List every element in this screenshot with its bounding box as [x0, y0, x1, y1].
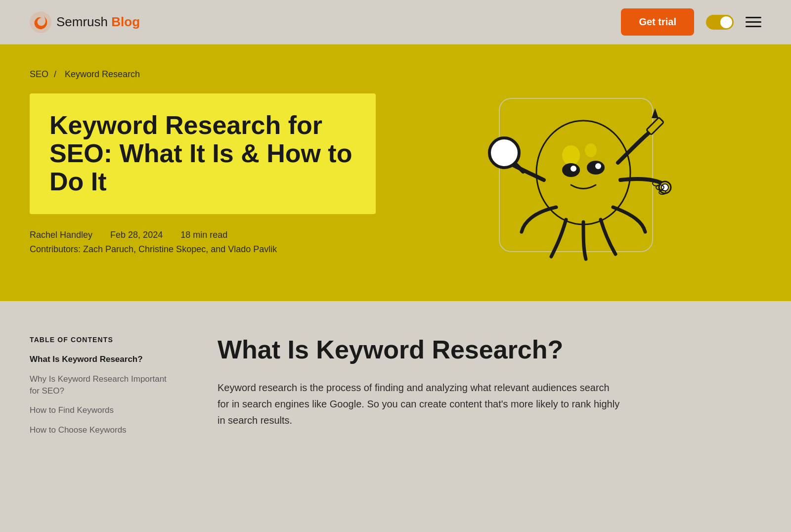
svg-line-10: [515, 164, 523, 172]
toc-item-how-find[interactable]: How to Find Keywords: [30, 404, 178, 416]
author-name: Rachel Handley: [30, 230, 92, 240]
hero-illustration: [396, 93, 761, 271]
toc-item-why-important[interactable]: Why Is Keyword Research Important for SE…: [30, 373, 178, 397]
article-title: Keyword Research for SEO: What It Is & H…: [49, 111, 356, 196]
svg-point-4: [585, 143, 597, 157]
hero-title-box: Keyword Research for SEO: What It Is & H…: [30, 93, 376, 214]
get-trial-button[interactable]: Get trial: [621, 8, 694, 36]
toc-title: TABLE OF CONTENTS: [30, 336, 178, 344]
toc-item-how-choose[interactable]: How to Choose Keywords: [30, 424, 178, 436]
hero-content: Keyword Research for SEO: What It Is & H…: [30, 93, 761, 271]
hero-meta-row: Rachel Handley Feb 28, 2024 18 min read: [30, 230, 376, 240]
toggle-knob: [720, 16, 732, 28]
contributors: Contributors: Zach Paruch, Christine Sko…: [30, 244, 376, 255]
table-of-contents: TABLE OF CONTENTS What Is Keyword Resear…: [30, 336, 178, 436]
theme-toggle[interactable]: [706, 15, 734, 30]
publish-date: Feb 28, 2024: [110, 230, 163, 240]
svg-point-0: [30, 11, 51, 33]
section-body-text: Keyword research is the process of findi…: [218, 380, 623, 429]
svg-point-8: [595, 163, 601, 169]
breadcrumb-current: Keyword Research: [65, 69, 140, 79]
breadcrumb-separator: /: [54, 69, 56, 79]
toc-list: What Is Keyword Research? Why Is Keyword…: [30, 354, 178, 436]
article-content: What Is Keyword Research? Keyword resear…: [218, 336, 761, 429]
semrush-logo-icon: [30, 11, 51, 33]
hamburger-menu-button[interactable]: [746, 17, 761, 27]
site-header: Semrush Blog Get trial: [0, 0, 791, 44]
hero-section: SEO / Keyword Research Keyword Research …: [0, 44, 791, 301]
read-time: 18 min read: [180, 230, 227, 240]
header-actions: Get trial: [621, 8, 761, 36]
svg-point-3: [562, 145, 580, 165]
octopus-svg: [480, 93, 677, 271]
brand-name: Semrush Blog: [56, 14, 140, 30]
hero-meta: Rachel Handley Feb 28, 2024 18 min read …: [30, 230, 376, 255]
svg-rect-11: [646, 117, 663, 134]
breadcrumb: SEO / Keyword Research: [30, 69, 761, 80]
svg-point-7: [571, 166, 576, 172]
logo-area: Semrush Blog: [30, 11, 140, 33]
octopus-image: [480, 93, 677, 271]
breadcrumb-seo-link[interactable]: SEO: [30, 69, 48, 79]
content-section: TABLE OF CONTENTS What Is Keyword Resear…: [0, 301, 791, 471]
toc-item-what-is[interactable]: What Is Keyword Research?: [30, 354, 178, 365]
section-heading: What Is Keyword Research?: [218, 336, 761, 364]
